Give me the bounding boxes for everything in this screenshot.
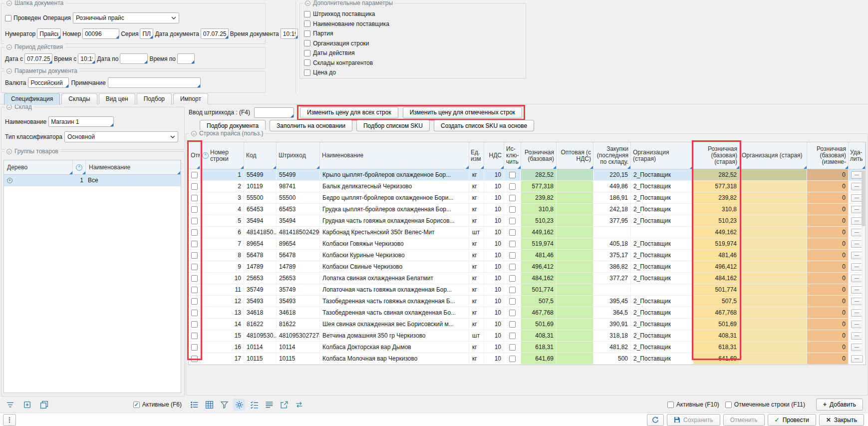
checklist-icon[interactable] — [248, 399, 260, 411]
windows-icon[interactable] — [38, 399, 50, 411]
currency-field[interactable] — [28, 77, 69, 88]
scrollbar-thumb[interactable] — [862, 170, 865, 226]
header-otm[interactable]: Отм — [189, 142, 200, 169]
header-barcode[interactable]: Штрихкод — [277, 142, 320, 169]
gear-icon[interactable] — [233, 399, 245, 411]
date-from-field[interactable] — [24, 53, 52, 64]
series-field[interactable] — [140, 28, 153, 39]
header-purchase[interactable]: Закупки (последняя по складу. — [593, 142, 631, 169]
refresh-button[interactable] — [647, 414, 664, 426]
name-column-header[interactable]: Наименование — [86, 160, 181, 174]
time-from-field[interactable] — [78, 53, 95, 64]
price-table-row[interactable]: 123549335493Тазобедренная часть говяжья … — [189, 296, 866, 307]
row-exclude-checkbox[interactable] — [509, 356, 516, 362]
warehouse-name-field[interactable] — [48, 116, 114, 127]
price-table-row[interactable]: 35550055500Бедро цыплят-бройлеров охлажд… — [189, 192, 866, 204]
row-exclude-checkbox[interactable] — [509, 298, 516, 305]
change-price-all-button[interactable]: Изменить цену для всех строк — [300, 107, 398, 118]
price-table-row[interactable]: 133461834618Тазобедренная часть свиная о… — [189, 307, 866, 319]
collapse-icon[interactable]: − — [6, 149, 12, 154]
list-lines-icon[interactable] — [263, 399, 275, 411]
export-icon[interactable] — [278, 399, 290, 411]
collapse-icon[interactable]: − — [6, 68, 12, 74]
row-select-checkbox[interactable] — [191, 333, 198, 339]
row-delete-button[interactable]: — — [851, 355, 863, 363]
tab-1[interactable]: Спецификация — [4, 93, 60, 105]
extra-param-row[interactable]: Штрихкод поставщика — [304, 10, 389, 17]
header-wholesale[interactable]: Оптовая (с НДС) — [557, 142, 593, 169]
row-delete-button[interactable]: — — [851, 344, 863, 351]
tree-column-header[interactable]: Дерево — [4, 160, 73, 174]
header-delete[interactable]: Уда- лить — [849, 142, 866, 169]
list-view-icon[interactable] — [188, 399, 200, 411]
row-exclude-checkbox[interactable] — [509, 264, 516, 270]
sort-ascending-icon[interactable]: ^ — [73, 160, 86, 174]
row-select-checkbox[interactable] — [191, 229, 198, 236]
price-table-row[interactable]: 21011998741Балык деликатесный Черкизовок… — [189, 181, 866, 192]
price-table-row[interactable]: 102565325653Лопатка свиная охлажденная Б… — [189, 273, 866, 284]
header-retail-old[interactable]: Розничная (базовая) (старая) — [693, 142, 740, 169]
tab-3[interactable]: Вид цен — [99, 93, 135, 104]
row-delete-button[interactable]: — — [851, 171, 863, 179]
cancel-button[interactable]: Отменить — [723, 414, 765, 426]
sync-icon[interactable] — [293, 399, 305, 411]
header-retail-base[interactable]: Розничная (базовая) — [521, 142, 557, 169]
row-delete-button[interactable]: — — [851, 298, 863, 305]
row-delete-button[interactable]: — — [851, 217, 863, 225]
price-table-row[interactable]: 171011510115Колбаса Молочная вар Черкизо… — [189, 353, 866, 365]
price-table-row[interactable]: 53549435494Грудная часть говяжья охлажде… — [189, 215, 866, 227]
row-delete-button[interactable]: — — [851, 206, 863, 213]
row-delete-button[interactable]: — — [851, 275, 863, 282]
price-table-row[interactable]: 148162281622Шея свиная охлажденная вес Б… — [189, 319, 866, 330]
row-delete-button[interactable]: — — [851, 183, 863, 190]
row-exclude-checkbox[interactable] — [509, 333, 516, 339]
row-exclude-checkbox[interactable] — [509, 195, 516, 201]
row-exclude-checkbox[interactable] — [509, 172, 516, 178]
row-select-checkbox[interactable] — [191, 298, 198, 305]
row-select-checkbox[interactable] — [191, 252, 198, 259]
header-retail-change[interactable]: Розничная (базовая) (измене- — [807, 142, 849, 169]
marked-rows-f11-toggle[interactable]: Отмеченные строки (F11) — [725, 401, 805, 408]
header-row-number[interactable]: ^Номер строки — [200, 142, 244, 169]
add-row-button[interactable]: + Добавить — [816, 399, 863, 411]
row-select-checkbox[interactable] — [191, 172, 198, 178]
extra-param-row[interactable]: Цена до — [304, 69, 389, 76]
checkbox-icon[interactable] — [667, 402, 674, 408]
row-delete-button[interactable]: — — [851, 229, 863, 236]
close-button[interactable]: ✕ Закрыть — [819, 414, 864, 426]
post-button[interactable]: ✓ Провести — [768, 414, 816, 426]
price-table-row[interactable]: 15549955499Крыло цыплят-бройлеров охлажд… — [189, 169, 866, 181]
row-exclude-checkbox[interactable] — [509, 252, 516, 259]
price-table-row[interactable]: 161011410114Колбаса Докторская вар Дымов… — [189, 342, 866, 353]
numerator-field[interactable] — [37, 28, 61, 39]
checkbox-icon[interactable] — [304, 11, 310, 17]
row-exclude-checkbox[interactable] — [509, 310, 516, 316]
price-table-row[interactable]: 78965489654Колбаски Говяжьи Черкизовокг1… — [189, 238, 866, 250]
tab-5[interactable]: Импорт — [173, 93, 208, 104]
header-org-old-2[interactable]: Организация (старая) — [740, 142, 807, 169]
extra-param-row[interactable]: Организация строки — [304, 40, 389, 47]
row-exclude-checkbox[interactable] — [509, 229, 516, 236]
header-unit[interactable]: Ед. изм — [469, 142, 484, 169]
row-select-checkbox[interactable] — [191, 206, 198, 213]
row-delete-button[interactable]: — — [851, 263, 863, 271]
more-actions-button[interactable]: ⋮ — [3, 414, 16, 426]
checkbox-icon[interactable] — [304, 30, 310, 37]
row-delete-button[interactable]: — — [851, 252, 863, 259]
checkbox-icon[interactable] — [304, 40, 310, 46]
checkbox-icon[interactable] — [304, 50, 310, 56]
tree-row-all[interactable]: + 1 Все — [4, 175, 181, 186]
classifier-select[interactable]: Основной — [64, 131, 178, 142]
grid-view-icon[interactable] — [203, 399, 215, 411]
row-select-checkbox[interactable] — [191, 264, 198, 270]
row-exclude-checkbox[interactable] — [509, 321, 516, 328]
doc-date-field[interactable] — [201, 28, 229, 39]
row-select-checkbox[interactable] — [191, 321, 198, 328]
time-to-field[interactable] — [177, 53, 195, 64]
collapse-icon[interactable]: − — [305, 0, 310, 6]
extra-param-row[interactable]: Склады контрагентов — [304, 59, 389, 66]
add-group-icon[interactable] — [21, 399, 33, 411]
extra-param-row[interactable]: Даты действия — [304, 49, 389, 56]
fill-from-base-button[interactable]: Заполнить на основании — [270, 120, 352, 131]
checkbox-icon[interactable] — [304, 59, 310, 66]
